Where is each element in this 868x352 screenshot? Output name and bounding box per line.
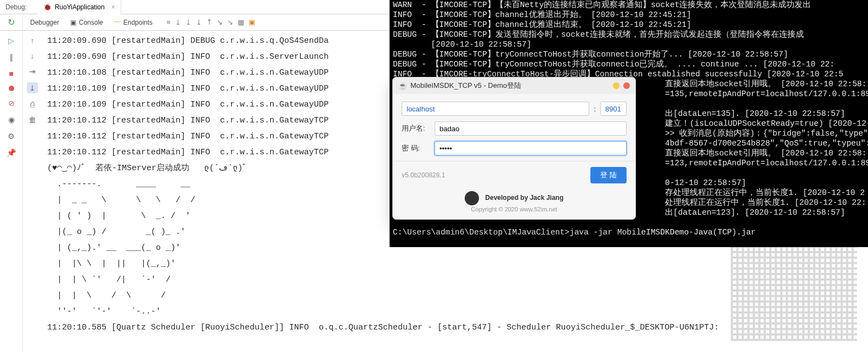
username-input[interactable] xyxy=(435,121,627,136)
step-out-icon[interactable]: ⤒ xyxy=(206,18,212,26)
console-tool-gutter: ↑ ↓ ⇥ ⤓ ⎙ 🗑 xyxy=(23,31,42,352)
up-stack-icon[interactable]: ↑ xyxy=(31,36,35,45)
port-input[interactable] xyxy=(600,102,627,116)
step-into-icon[interactable]: ⤓ xyxy=(175,18,181,26)
run-config-tab[interactable]: 🐞 RuoYiApplication × xyxy=(38,0,121,14)
mute-breakpoints-icon[interactable]: ⊘ xyxy=(8,99,15,108)
run-to-cursor-icon[interactable]: ↘ xyxy=(227,18,233,26)
debug-step-buttons: ≡ ⤓ ⤓ ⤓ ⤒ ↘ ↘ ▦ ▣ xyxy=(166,18,255,26)
step-over-icon[interactable]: ≡ xyxy=(166,18,171,26)
drop-frame-icon[interactable]: ↘ xyxy=(217,18,223,26)
settings-icon[interactable]: ⚙ xyxy=(8,132,15,141)
copyright-label: Copyright © 2020 www.52im.net xyxy=(471,206,557,213)
dialog-separator xyxy=(393,161,635,161)
run-config-name: RuoYiApplication xyxy=(55,3,105,11)
down-stack-icon[interactable]: ↓ xyxy=(31,52,35,60)
debug-label: Debug: xyxy=(0,3,38,11)
scroll-to-end-icon[interactable]: ⤓ xyxy=(27,82,38,93)
snapshot-icon[interactable]: ◉ xyxy=(8,115,15,124)
minimize-icon[interactable] xyxy=(613,82,619,89)
endpoints-icon: 〰 xyxy=(114,19,121,26)
java-icon: ☕ xyxy=(398,82,407,90)
rerun-button[interactable]: ↻ xyxy=(0,14,23,30)
username-label: 用户名: xyxy=(402,124,430,133)
tab-console[interactable]: ▣ Console xyxy=(65,18,108,27)
host-input[interactable] xyxy=(402,102,589,116)
clear-all-icon[interactable]: 🗑 xyxy=(29,115,36,124)
password-input[interactable] xyxy=(435,141,627,155)
ide-left-gutter: ▷ ∥ ■ ⊘ ◉ ⚙ 📌 xyxy=(0,31,23,352)
view-breakpoints-icon[interactable] xyxy=(9,86,14,91)
print-icon[interactable]: ⎙ xyxy=(30,100,35,109)
password-label: 密 码: xyxy=(402,143,430,153)
dialog-title: MobileIMSDK_TCP v5 - Demo登陆 xyxy=(410,81,521,91)
close-icon[interactable] xyxy=(623,82,630,89)
tab-debugger-label: Debugger xyxy=(30,19,59,26)
close-tab-icon[interactable]: × xyxy=(111,3,115,11)
pin-icon[interactable]: 📌 xyxy=(7,148,16,157)
pause-icon[interactable]: ∥ xyxy=(9,53,13,62)
stop-icon[interactable]: ■ xyxy=(9,69,13,78)
tab-console-label: Console xyxy=(79,19,103,26)
soft-wrap-icon[interactable]: ⇥ xyxy=(29,67,36,76)
tab-debugger[interactable]: Debugger xyxy=(25,18,64,27)
force-step-icon[interactable]: ⤓ xyxy=(196,18,202,26)
login-button[interactable]: 登 陆 xyxy=(590,167,627,183)
trace-icon[interactable]: ▣ xyxy=(249,18,255,26)
evaluate-icon[interactable]: ▦ xyxy=(238,18,244,26)
host-port-separator: : xyxy=(594,105,596,113)
developer-label: Developed by Jack Jiang xyxy=(485,194,563,202)
step-into-my-icon[interactable]: ⤓ xyxy=(185,18,191,26)
tab-endpoints-label: Endpoints xyxy=(123,19,153,26)
resume-icon[interactable]: ▷ xyxy=(8,36,14,45)
bug-icon: 🐞 xyxy=(43,3,52,11)
avatar-icon xyxy=(465,191,479,205)
dialog-titlebar[interactable]: ☕ MobileIMSDK_TCP v5 - Demo登陆 xyxy=(393,77,635,94)
version-label: v5.0b200828.1 xyxy=(402,171,445,179)
tab-endpoints[interactable]: 〰 Endpoints xyxy=(109,18,157,27)
console-icon: ▣ xyxy=(70,19,76,26)
login-dialog: ☕ MobileIMSDK_TCP v5 - Demo登陆 : 用户名: 密 码… xyxy=(392,77,636,220)
reload-icon: ↻ xyxy=(8,17,15,27)
